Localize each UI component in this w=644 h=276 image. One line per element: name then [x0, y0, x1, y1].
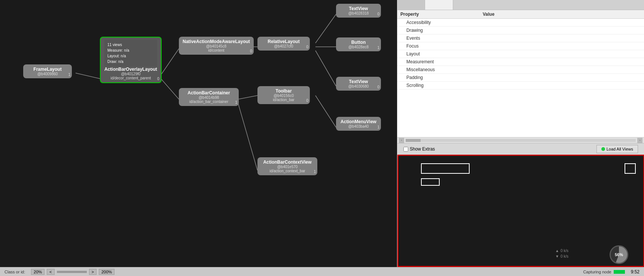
preview-area: ▲ 0 k/s ▼ 0 k/s 56% — [397, 155, 644, 267]
node-textview2-title: TextView — [340, 79, 377, 84]
node-toolbar[interactable]: Toolbar @b40156c0 id/action_bar 0 — [257, 86, 310, 104]
node-actionbarcontainer[interactable]: ActionBarContainer @b4014b98 id/action_b… — [179, 88, 239, 106]
prop-measurement-value — [480, 59, 641, 64]
node-textview2-id: @b4030680 — [340, 84, 377, 88]
properties-header: Property Value — [397, 10, 644, 19]
zoom-slider[interactable] — [57, 271, 87, 273]
node-actionbaroverlaylayout[interactable]: 11 viewsMeasure: n/aLayout: n/aDraw: n/a… — [100, 37, 162, 83]
circle-percent-label: 56% — [615, 252, 623, 257]
preview-small — [421, 178, 440, 186]
zoom-gt-btn[interactable]: > — [89, 269, 97, 275]
node-actionbaroverlaylayout-count: 0 — [157, 77, 159, 81]
node-textview1-title: TextView — [340, 6, 377, 11]
svg-line-4 — [238, 95, 257, 99]
svg-line-5 — [238, 103, 257, 170]
prop-scrolling[interactable]: Scrolling — [397, 82, 644, 90]
node-actionbarcontextview-count: 1 — [314, 170, 316, 174]
node-textview1[interactable]: TextView @b4028318 0 — [336, 4, 381, 18]
node-actionmenuview[interactable]: ActionMenuView @b403ba40 1 — [336, 117, 381, 131]
scroll-left-arrow[interactable]: ‹ — [399, 138, 404, 143]
status-time: 9:52 — [631, 269, 640, 275]
prop-drawing-value — [480, 28, 641, 33]
prop-events[interactable]: Events — [397, 34, 644, 42]
capturing-text: Capturing node — [583, 270, 611, 274]
node-framelayout-title: FrameLayout — [27, 67, 68, 72]
svg-line-6 — [315, 14, 336, 43]
node-nativeactionmode-count: 0 — [250, 49, 252, 53]
prop-miscellaneous-value — [480, 67, 641, 72]
bottom-controls: Show Extras Load All Views — [397, 143, 644, 155]
panel-tab-2[interactable] — [425, 0, 453, 10]
node-nativeactionmode-title: NativeActionModeAwareLayout — [183, 39, 250, 44]
preview-inner — [399, 156, 643, 266]
preview-bar — [421, 163, 470, 174]
prop-miscellaneous[interactable]: Miscellaneous — [397, 66, 644, 74]
prop-scrolling-value — [480, 83, 641, 88]
node-actionmenuview-id: @b403ba40 — [340, 124, 377, 128]
status-bar: Class or id: 20% < > 200% Capturing node… — [0, 267, 644, 276]
node-textview2[interactable]: TextView @b4030680 0 — [336, 77, 381, 91]
node-actionbaroverlaylayout-title: ActionBarOverlayLayout — [104, 67, 157, 72]
prop-accessibility[interactable]: Accessibility — [397, 19, 644, 27]
node-button1[interactable]: Button @b4028ec8 1 — [336, 37, 381, 51]
net-up-value: 0 k/s — [561, 249, 568, 253]
svg-line-0 — [76, 73, 100, 79]
properties-list[interactable]: Accessibility Drawing Events Focus Layou… — [397, 19, 644, 137]
prop-layout-value — [480, 51, 641, 57]
node-relativelayout[interactable]: RelativeLayout @b4027cf0 0 — [257, 37, 310, 51]
show-extras-checkbox[interactable] — [403, 147, 408, 152]
node-actionbarcontainer-count: 1 — [235, 100, 237, 104]
show-extras-container[interactable]: Show Extras — [403, 146, 435, 152]
class-or-id-label: Class or id: — [4, 270, 25, 274]
panel-tab-1[interactable] — [397, 0, 425, 10]
node-nativeactionmode[interactable]: NativeActionModeAwareLayout @b40145c8 id… — [179, 37, 254, 55]
prop-drawing[interactable]: Drawing — [397, 27, 644, 34]
node-textview1-id: @b4028318 — [340, 11, 377, 15]
net-up: ▲ 0 k/s — [555, 249, 568, 253]
node-actionmenuview-count: 1 — [377, 125, 379, 129]
node-framelayout-count: 1 — [68, 73, 70, 77]
prop-measurement-name: Measurement — [406, 59, 480, 64]
node-framelayout-id: @b4009860 — [27, 72, 68, 76]
capture-green-indicator — [614, 270, 625, 274]
svg-line-1 — [161, 49, 179, 75]
node-framelayout[interactable]: FrameLayout @b4009860 1 — [23, 64, 72, 78]
node-button1-id: @b4028ec8 — [340, 45, 377, 49]
node-button1-count: 1 — [377, 46, 379, 50]
main-area: FrameLayout @b4009860 1 11 viewsMeasure:… — [0, 0, 644, 267]
prop-accessibility-value — [480, 20, 641, 25]
net-down: ▼ 0 k/s — [555, 254, 568, 258]
prop-accessibility-name: Accessibility — [406, 20, 480, 25]
scroll-right-arrow[interactable]: › — [637, 138, 643, 143]
zoom-lt-btn[interactable]: < — [47, 269, 54, 275]
prop-padding[interactable]: Padding — [397, 74, 644, 82]
prop-header-property: Property — [400, 12, 483, 17]
scroll-track[interactable] — [406, 139, 636, 142]
preview-btn — [625, 163, 636, 174]
prop-measurement[interactable]: Measurement — [397, 58, 644, 66]
node-actionbarcontextview[interactable]: ActionBarContextView @b401e570 id/action… — [257, 157, 317, 175]
zoom-controls: 20% < > 200% — [31, 269, 115, 275]
node-actionbarcontextview-sub: id/action_context_bar — [261, 169, 314, 173]
node-actionbarcontextview-title: ActionBarContextView — [261, 160, 314, 165]
prop-events-name: Events — [406, 36, 480, 41]
zoom-max-label: 200% — [99, 269, 115, 275]
net-indicators: ▲ 0 k/s ▼ 0 k/s — [555, 249, 568, 258]
scroll-thumb[interactable] — [406, 139, 421, 142]
prop-focus[interactable]: Focus — [397, 42, 644, 50]
prop-layout[interactable]: Layout — [397, 50, 644, 58]
node-textview1-count: 0 — [377, 12, 379, 16]
net-down-arrow: ▼ — [555, 254, 559, 258]
prop-focus-name: Focus — [406, 43, 480, 49]
node-nativeactionmode-sub: id/content — [183, 48, 250, 52]
load-all-icon — [601, 147, 605, 151]
node-actionbaroverlaylayout-info: 11 viewsMeasure: n/aLayout: n/aDraw: n/a — [104, 40, 157, 67]
prop-miscellaneous-name: Miscellaneous — [406, 67, 480, 72]
node-actionbarcontainer-title: ActionBarContainer — [183, 90, 235, 95]
prop-padding-value — [480, 75, 641, 80]
prop-drawing-name: Drawing — [406, 28, 480, 33]
load-all-button[interactable]: Load All Views — [596, 145, 638, 153]
svg-line-9 — [315, 95, 336, 127]
scroll-bar-area[interactable]: ‹ › — [397, 137, 644, 143]
canvas-area[interactable]: FrameLayout @b4009860 1 11 viewsMeasure:… — [0, 0, 397, 267]
